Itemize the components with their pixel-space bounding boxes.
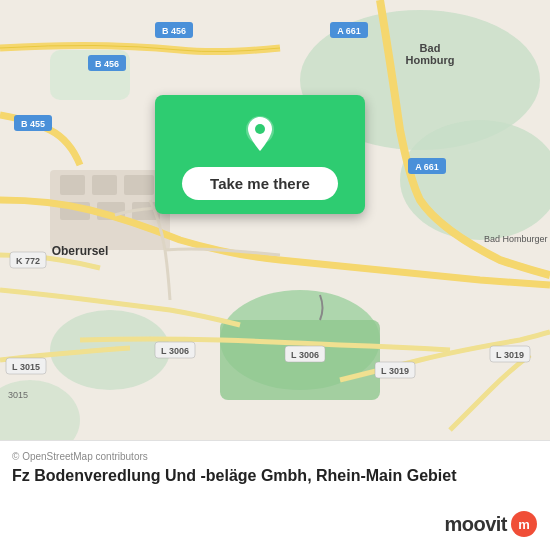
moovit-logo: moovit m [444, 510, 538, 538]
svg-rect-9 [60, 175, 85, 195]
svg-point-46 [255, 124, 265, 134]
moovit-brand-text: moovit [444, 513, 507, 536]
svg-text:L 3015: L 3015 [12, 362, 40, 372]
svg-text:L 3006: L 3006 [291, 350, 319, 360]
svg-text:L 3019: L 3019 [496, 350, 524, 360]
svg-text:B 456: B 456 [162, 26, 186, 36]
svg-text:m: m [518, 517, 530, 532]
svg-rect-10 [92, 175, 117, 195]
svg-text:Bad Homburger Kre: Bad Homburger Kre [484, 234, 550, 244]
svg-rect-11 [124, 175, 154, 195]
svg-text:B 456: B 456 [95, 59, 119, 69]
info-text: © OpenStreetMap contributors Fz Bodenver… [12, 451, 538, 487]
svg-text:L 3019: L 3019 [381, 366, 409, 376]
location-card: Take me there [155, 95, 365, 214]
svg-text:B 455: B 455 [21, 119, 45, 129]
info-bar: © OpenStreetMap contributors Fz Bodenver… [0, 440, 550, 550]
svg-text:A 661: A 661 [337, 26, 361, 36]
svg-text:Bad: Bad [420, 42, 441, 54]
svg-text:Oberursel: Oberursel [52, 244, 109, 258]
place-name: Fz Bodenveredlung Und -beläge Gmbh, Rhei… [12, 466, 538, 487]
pin-icon [238, 113, 282, 157]
svg-text:A 661: A 661 [415, 162, 439, 172]
svg-text:Homburg: Homburg [406, 54, 455, 66]
svg-text:3015: 3015 [8, 390, 28, 400]
moovit-icon: m [510, 510, 538, 538]
map-attribution: © OpenStreetMap contributors [12, 451, 538, 462]
svg-text:L 3006: L 3006 [161, 346, 189, 356]
svg-text:K 772: K 772 [16, 256, 40, 266]
map-container: B 456 B 456 B 455 A 661 A 661 K 772 L 30… [0, 0, 550, 440]
take-me-there-button[interactable]: Take me there [182, 167, 338, 200]
